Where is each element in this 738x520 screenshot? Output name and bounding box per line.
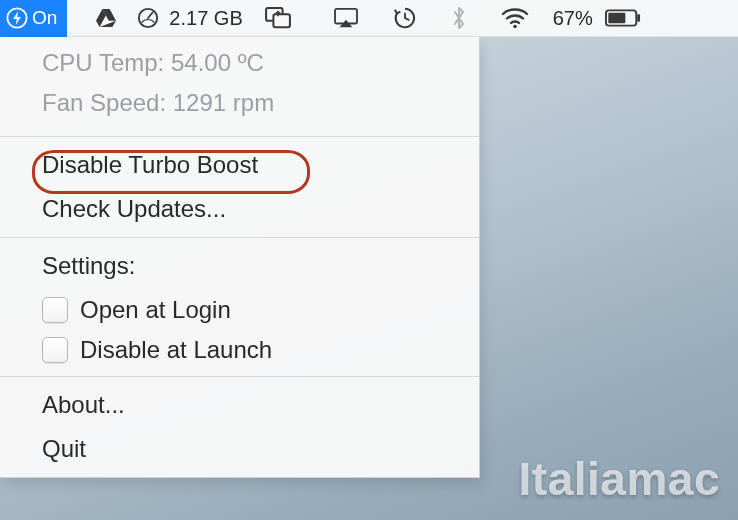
disable-at-launch-label: Disable at Launch	[80, 336, 272, 364]
lightning-icon	[6, 7, 28, 29]
watermark-text: Italiamac	[519, 452, 720, 506]
turbo-state-label: On	[32, 7, 57, 29]
battery-percent-text[interactable]: 67%	[553, 7, 605, 30]
svg-point-5	[513, 25, 517, 29]
svg-rect-7	[608, 13, 625, 23]
menu-separator	[0, 237, 479, 238]
drive-usage-text[interactable]: 2.17 GB	[169, 7, 254, 30]
battery-icon[interactable]	[605, 0, 651, 37]
bluetooth-icon[interactable]	[441, 0, 477, 37]
turbo-boost-dropdown: CPU Temp: 54.00 ºC Fan Speed: 1291 rpm D…	[0, 37, 480, 478]
turbo-boost-status[interactable]: On	[0, 0, 67, 37]
screen-share-icon[interactable]	[255, 0, 301, 37]
google-drive-icon[interactable]	[85, 0, 127, 37]
menu-separator	[0, 376, 479, 377]
check-updates-item[interactable]: Check Updates...	[0, 187, 479, 231]
svg-rect-3	[273, 14, 290, 27]
time-machine-icon[interactable]	[383, 0, 427, 37]
macos-menubar: On 2.17 GB 67%	[0, 0, 738, 37]
disable-at-launch-row[interactable]: Disable at Launch	[0, 330, 479, 370]
menu-separator	[0, 136, 479, 137]
settings-heading: Settings:	[0, 244, 479, 290]
open-at-login-row[interactable]: Open at Login	[0, 290, 479, 330]
open-at-login-label: Open at Login	[80, 296, 231, 324]
fan-speed-readout: Fan Speed: 1291 rpm	[0, 83, 479, 123]
airplay-icon[interactable]	[323, 0, 369, 37]
about-item[interactable]: About...	[0, 383, 479, 427]
cpu-temp-readout: CPU Temp: 54.00 ºC	[0, 43, 479, 83]
open-at-login-checkbox[interactable]	[42, 297, 68, 323]
disable-at-launch-checkbox[interactable]	[42, 337, 68, 363]
disable-turbo-boost-item[interactable]: Disable Turbo Boost	[0, 143, 479, 187]
wifi-icon[interactable]	[491, 0, 539, 37]
quit-item[interactable]: Quit	[0, 427, 479, 471]
dashboard-gauge-icon[interactable]	[127, 0, 169, 37]
svg-rect-8	[637, 14, 640, 22]
